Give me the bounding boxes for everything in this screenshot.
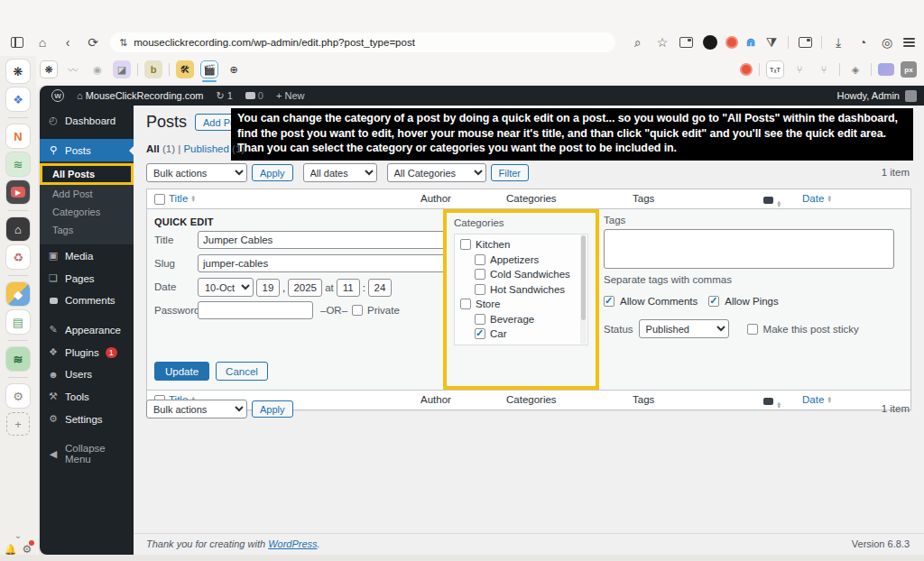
- category-cold-sandwiches[interactable]: Cold Sandwiches: [475, 269, 587, 280]
- dock-youtube-icon[interactable]: ▶: [6, 180, 30, 204]
- profile-avatar[interactable]: [703, 35, 717, 50]
- dock-n-app-icon[interactable]: N: [6, 124, 30, 148]
- allow-pings-checkbox[interactable]: [708, 296, 719, 307]
- sidebar-item-users[interactable]: ☻ Users: [40, 363, 134, 385]
- bookmark-txt-icon[interactable]: TₓT: [766, 60, 784, 78]
- bulk-actions-select-bottom[interactable]: Bulk actions: [146, 400, 247, 418]
- sidebar-item-pages[interactable]: ❏ Pages: [40, 267, 134, 290]
- bookmark-claw-icon-1[interactable]: ⑂: [790, 60, 808, 78]
- bookmark-claw-icon-2[interactable]: ⑂: [815, 60, 833, 78]
- cancel-button[interactable]: Cancel: [216, 362, 268, 381]
- dock-add-icon[interactable]: +: [6, 412, 30, 436]
- bookmark-canva-icon[interactable]: [878, 63, 894, 76]
- category-checkbox[interactable]: [460, 239, 471, 250]
- account-icon[interactable]: ◎: [879, 34, 895, 51]
- admin-avatar[interactable]: [905, 90, 917, 102]
- tags-textarea[interactable]: [604, 229, 894, 269]
- download-icon[interactable]: ⤓: [830, 34, 846, 51]
- wordpress-link[interactable]: WordPress: [268, 538, 317, 549]
- category-checkbox[interactable]: [460, 299, 471, 309]
- dock-chatgpt-icon[interactable]: ❋: [6, 60, 30, 83]
- column-date[interactable]: Date▲▼: [802, 394, 832, 405]
- category-checkbox[interactable]: [475, 314, 485, 325]
- notifications-bell-icon[interactable]: 🔔: [5, 544, 17, 556]
- dock-swirl-icon[interactable]: ♻: [6, 245, 30, 269]
- dock-map-icon[interactable]: ◆: [6, 282, 30, 306]
- view-all-link[interactable]: All: [146, 143, 160, 154]
- category-store[interactable]: Store: [460, 299, 587, 309]
- howdy-label[interactable]: Howdy, Admin: [837, 90, 901, 101]
- address-bar[interactable]: ⇅ mouseclickrecording.com/wp-admin/edit.…: [110, 32, 615, 52]
- hour-input[interactable]: [337, 279, 360, 297]
- dock-spotify-icon[interactable]: ≋: [6, 347, 30, 371]
- comments-menu-item[interactable]: 0: [241, 86, 268, 106]
- category-car[interactable]: Car: [475, 328, 587, 339]
- sidebar-item-tags[interactable]: Tags: [40, 221, 134, 239]
- site-menu-item[interactable]: ⌂ MouseClickRecording.com: [72, 86, 208, 106]
- site-settings-icon[interactable]: ⇅: [119, 37, 127, 49]
- new-tab-icon[interactable]: ⊕: [225, 60, 243, 78]
- site-name[interactable]: MouseClickRecording.com: [86, 90, 204, 101]
- bookmark-faded-icon-1[interactable]: 〰: [64, 60, 82, 78]
- updates-menu-item[interactable]: ↻ 1: [211, 86, 236, 106]
- menu-icon[interactable]: [903, 38, 915, 47]
- category-beverage[interactable]: Beverage: [475, 314, 587, 325]
- category-checkbox-checked[interactable]: [475, 328, 485, 339]
- categories-scrollbar[interactable]: [580, 235, 587, 344]
- apply-button[interactable]: Apply: [252, 164, 293, 181]
- dock-document-icon[interactable]: ▤: [6, 310, 30, 334]
- bookmark-b-icon[interactable]: b: [144, 60, 162, 78]
- bookmark-px-icon[interactable]: px: [901, 61, 917, 78]
- category-hot-sandwiches[interactable]: Hot Sandwiches: [475, 284, 587, 295]
- sidebar-item-tools[interactable]: ⚒ Tools: [40, 385, 134, 408]
- column-comments[interactable]: ▲▼: [763, 195, 781, 207]
- bookmark-chatgpt-icon[interactable]: ❋: [40, 60, 58, 78]
- history-icon[interactable]: ◔: [855, 34, 871, 51]
- day-input[interactable]: [256, 279, 280, 297]
- bookmark-star-icon[interactable]: ☆: [654, 34, 670, 51]
- title-input[interactable]: [198, 231, 459, 249]
- extension-orange-icon[interactable]: [725, 36, 738, 49]
- column-date[interactable]: Date▲▼: [802, 193, 832, 204]
- dock-collapse-chevron-icon[interactable]: ⌄: [14, 530, 22, 540]
- sidebar-item-media[interactable]: ▣ Media: [40, 244, 134, 267]
- minute-input[interactable]: [368, 279, 392, 297]
- status-select[interactable]: Published: [639, 319, 729, 338]
- dock-bubbles-icon[interactable]: ❖: [6, 87, 30, 111]
- sidebar-item-plugins[interactable]: ❖ Plugins 1: [40, 341, 134, 363]
- private-checkbox[interactable]: [352, 305, 363, 316]
- sidebar-toggle-icon[interactable]: [9, 34, 25, 51]
- slug-input[interactable]: [198, 254, 459, 272]
- year-input[interactable]: [288, 279, 322, 297]
- category-checkbox[interactable]: [475, 284, 485, 295]
- select-all-checkbox[interactable]: [154, 194, 165, 205]
- bookmark-faded-icon-2[interactable]: ◉: [88, 60, 106, 78]
- allow-comments-checkbox[interactable]: [604, 296, 614, 307]
- sidebar-item-collapse-menu[interactable]: ◀ Collapse Menu: [40, 437, 134, 470]
- bookmark-orange-icon[interactable]: [740, 63, 753, 76]
- dock-scribble-icon[interactable]: ≋: [6, 152, 30, 176]
- save-page-icon[interactable]: [797, 34, 813, 51]
- sidebar-item-dashboard[interactable]: ◴ Dashboard: [40, 109, 134, 132]
- bookmark-purple-icon[interactable]: ◪: [113, 60, 131, 78]
- sidebar-item-settings[interactable]: ⚙ Settings: [40, 408, 134, 430]
- bookmark-diamond-icon[interactable]: ◈: [846, 60, 864, 78]
- wp-logo-icon[interactable]: W: [47, 86, 69, 106]
- sidebar-item-appearance[interactable]: ✎ Appearance: [40, 318, 134, 341]
- broadcast-icon[interactable]: ⋒: [746, 36, 755, 49]
- bookmark-clapper-icon-active-tab[interactable]: 🎬: [200, 60, 218, 78]
- back-icon[interactable]: ‹: [60, 34, 76, 51]
- category-appetizers[interactable]: Appetizers: [475, 254, 587, 265]
- bookmark-toolbox-icon[interactable]: 🛠: [176, 60, 194, 78]
- view-published-link[interactable]: Published: [183, 143, 229, 154]
- dock-bridge-icon[interactable]: ⌂: [6, 217, 30, 241]
- reader-mode-icon[interactable]: [679, 34, 695, 51]
- sidebar-item-categories[interactable]: Categories: [40, 203, 134, 221]
- url-text[interactable]: mouseclickrecording.com/wp-admin/edit.ph…: [134, 37, 415, 48]
- column-comments[interactable]: ▲▼: [763, 396, 781, 409]
- password-input[interactable]: [198, 301, 313, 319]
- dates-filter-select[interactable]: All dates: [303, 163, 377, 182]
- filter-button[interactable]: Filter: [491, 164, 529, 181]
- extensions-puzzle-icon[interactable]: ⧩: [763, 34, 780, 51]
- category-kitchen[interactable]: Kitchen: [460, 239, 587, 250]
